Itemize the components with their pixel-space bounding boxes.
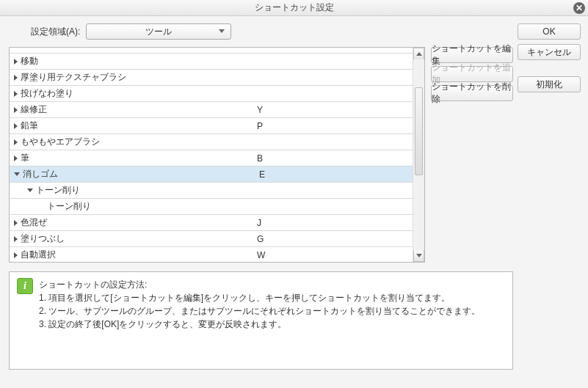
row-key: B <box>257 153 413 164</box>
expand-down-icon <box>14 172 20 176</box>
arrow-up-icon <box>416 52 422 56</box>
info-icon: i <box>17 278 33 294</box>
row-name: もやもやエアブラシ <box>21 136 257 148</box>
grid-column: 移動厚塗り用テクスチャブラシ投げなわ塗り線修正Y鉛筆Pもやもやエアブラシ筆B消し… <box>9 47 425 263</box>
row-key: W <box>257 250 413 260</box>
table-row-partial <box>10 48 413 54</box>
table-row[interactable]: トーン削り <box>10 199 413 215</box>
table-row[interactable]: 自動選択W <box>10 247 413 262</box>
row-name: 線修正 <box>21 103 257 116</box>
expand-right-icon <box>14 252 18 258</box>
arrow-down-icon <box>416 254 422 257</box>
title-bar: ショートカット設定 ✕ <box>0 0 588 16</box>
row-name: 色混ぜ <box>21 216 257 229</box>
area-row: 設定領域(A): ツール <box>31 23 513 40</box>
delete-shortcut-button[interactable]: ショートカットを削除 <box>431 85 513 101</box>
dialog-body: 設定領域(A): ツール 移動厚塗り用テクスチャブラシ投げなわ塗り線修正Y鉛筆P… <box>0 16 588 388</box>
row-key: J <box>257 218 413 228</box>
row-name: トーン削り <box>47 200 283 213</box>
add-shortcut-button: ショートカットを追加 <box>431 66 513 82</box>
expand-right-icon <box>14 155 18 161</box>
row-key: P <box>257 121 413 131</box>
cancel-button[interactable]: キャンセル <box>518 44 581 60</box>
table-row[interactable]: もやもやエアブラシ <box>10 134 413 150</box>
expand-right-icon <box>14 59 18 65</box>
row-name: 投げなわ塗り <box>21 87 257 100</box>
expand-down-icon <box>27 188 33 192</box>
row-name: 消しゴム <box>23 168 259 180</box>
row-name: トーン削り <box>36 184 272 197</box>
action-column: ショートカットを編集 ショートカットを追加 ショートカットを削除 <box>425 47 513 263</box>
table-row[interactable]: 筆B <box>10 150 413 166</box>
expand-right-icon <box>14 107 18 113</box>
table-row[interactable]: 消しゴムE <box>10 166 413 183</box>
table-row[interactable]: 移動 <box>10 54 413 70</box>
chevron-down-icon <box>219 29 225 33</box>
scroll-down-button[interactable] <box>413 250 424 262</box>
initialize-button[interactable]: 初期化 <box>518 76 581 92</box>
table-row[interactable]: 色混ぜJ <box>10 215 413 231</box>
info-text: ショートカットの設定方法: 1. 項目を選択して[ショートカットを編集]をクリッ… <box>39 278 480 363</box>
table-row[interactable]: 鉛筆P <box>10 118 413 134</box>
row-name: 厚塗り用テクスチャブラシ <box>21 71 257 84</box>
table-row[interactable]: 投げなわ塗り <box>10 86 413 102</box>
close-icon: ✕ <box>576 4 583 12</box>
main-panel: 設定領域(A): ツール 移動厚塗り用テクスチャブラシ投げなわ塗り線修正Y鉛筆P… <box>0 16 518 388</box>
info-line-1: 1. 項目を選択して[ショートカットを編集]をクリックし、キーを押してショートカ… <box>39 291 480 304</box>
area-dropdown-value: ツール <box>145 26 172 38</box>
expand-right-icon <box>14 123 18 129</box>
expand-right-icon <box>14 220 18 226</box>
info-line-3: 3. 設定の終了後[OK]をクリックすると、変更が反映されます。 <box>39 318 480 331</box>
expand-right-icon <box>14 236 18 242</box>
grid-rows[interactable]: 移動厚塗り用テクスチャブラシ投げなわ塗り線修正Y鉛筆Pもやもやエアブラシ筆B消し… <box>10 48 413 262</box>
ok-button[interactable]: OK <box>518 23 581 40</box>
info-heading: ショートカットの設定方法: <box>39 278 480 291</box>
row-name: 自動選択 <box>21 249 257 261</box>
table-row[interactable]: 厚塗り用テクスチャブラシ <box>10 70 413 86</box>
row-name: 筆 <box>21 152 257 164</box>
expand-right-icon <box>14 139 18 145</box>
spacer <box>518 65 581 72</box>
area-dropdown[interactable]: ツール <box>86 23 231 40</box>
info-box: i ショートカットの設定方法: 1. 項目を選択して[ショートカットを編集]をク… <box>9 271 513 370</box>
area-label: 設定領域(A): <box>31 26 80 38</box>
table-row[interactable]: トーン削り <box>10 183 413 199</box>
close-button[interactable]: ✕ <box>573 2 585 14</box>
row-name: 鉛筆 <box>21 120 257 132</box>
row-key: G <box>257 234 413 244</box>
scroll-thumb[interactable] <box>415 87 423 175</box>
expand-right-icon <box>14 75 18 81</box>
table-row[interactable]: 線修正Y <box>10 102 413 118</box>
info-line-2: 2. ツール、サブツールのグループ、またはサブツールにそれぞれショートカットを割… <box>39 304 480 318</box>
dialog-title: ショートカット設定 <box>255 1 334 14</box>
row-key: Y <box>257 105 413 115</box>
edit-shortcut-button[interactable]: ショートカットを編集 <box>431 47 513 63</box>
scrollbar <box>413 48 424 262</box>
upper-section: 移動厚塗り用テクスチャブラシ投げなわ塗り線修正Y鉛筆Pもやもやエアブラシ筆B消し… <box>9 47 513 263</box>
shortcut-grid: 移動厚塗り用テクスチャブラシ投げなわ塗り線修正Y鉛筆Pもやもやエアブラシ筆B消し… <box>9 47 425 263</box>
row-key: E <box>259 169 413 180</box>
row-name: 塗りつぶし <box>21 233 257 245</box>
scroll-up-button[interactable] <box>413 48 424 59</box>
row-name: 移動 <box>21 55 257 67</box>
table-row[interactable]: 塗りつぶしG <box>10 231 413 247</box>
side-panel: OK キャンセル 初期化 <box>518 16 588 388</box>
expand-right-icon <box>14 91 18 97</box>
